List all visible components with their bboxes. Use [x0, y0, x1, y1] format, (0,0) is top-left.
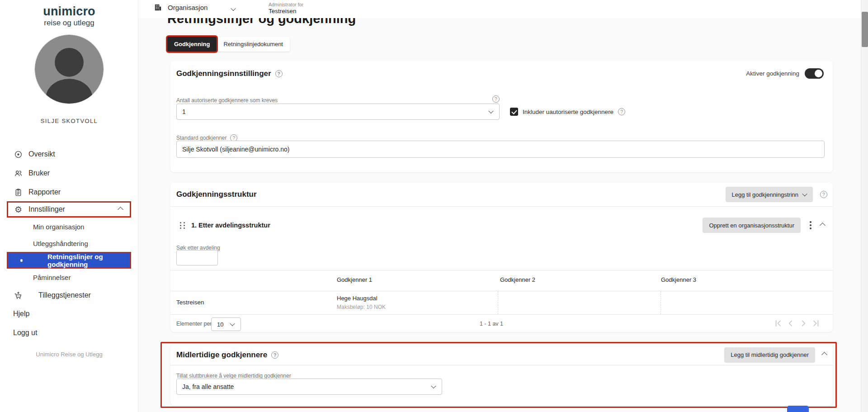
sidebar: unimicro reise og utlegg SILJE SKOTVOLL … — [0, 0, 138, 412]
include-unauthorized-row: Inkluder uautoriserte godkjennere — [510, 108, 625, 116]
activate-approval-label: Aktiver godkjenning — [746, 70, 799, 77]
approval-structure-title: Godkjenningsstruktur — [176, 190, 257, 199]
gear-icon: ⚙ — [14, 205, 23, 214]
sidebar-item-innstillinger[interactable]: ⚙ Innstillinger — [7, 201, 131, 218]
administrator-role-label: Administrator for — [269, 2, 303, 7]
temporary-approvers-card: Midlertidige godkjennere Legg til midler… — [170, 345, 833, 406]
activate-approval-toggle[interactable] — [805, 68, 824, 79]
create-org-structure-button[interactable]: Opprett en organisasjonsstruktur — [703, 218, 801, 233]
help-icon[interactable] — [820, 191, 827, 198]
sidebar-item-tilleggstjenester[interactable]: Tilleggstjenester — [0, 287, 138, 304]
items-per-page-select[interactable]: 10 — [211, 317, 241, 331]
sidebar-item-hjelp[interactable]: Hjelp — [0, 305, 138, 322]
pagination-range-label: 1 - 1 av 1 — [464, 321, 519, 327]
search-department-input[interactable] — [176, 250, 218, 265]
tab-godkjenning[interactable]: Godkjenning — [167, 37, 217, 52]
required-approvers-select[interactable]: 1 — [176, 104, 500, 120]
chevron-down-icon — [431, 384, 436, 388]
toggle-knob — [815, 70, 822, 77]
sidebar-subitem-label: Retningslinjer og godkjenning — [47, 253, 130, 268]
users-icon — [14, 169, 23, 178]
user-display-name: SILJE SKOTVOLL — [0, 118, 138, 124]
sidebar-item-label: Rapporter — [28, 188, 61, 196]
table-header-godkjenner-1: Godkjenner 1 — [337, 276, 372, 283]
brand-logo: unimicro reise og utlegg — [0, 5, 138, 28]
sidebar-item-rapporter[interactable]: Rapporter — [0, 184, 138, 201]
sidebar-item-label: Oversikt — [28, 150, 55, 158]
vertical-scrollbar[interactable] — [861, 0, 868, 412]
approval-step-title: 1. Etter avdelingsstruktur — [191, 222, 270, 229]
chevron-down-icon — [230, 321, 235, 326]
sidebar-item-label: Innstillinger — [28, 205, 65, 213]
kebab-menu-icon[interactable] — [809, 220, 812, 230]
help-icon[interactable] — [271, 351, 278, 359]
add-approval-step-button[interactable]: Legg til godkjenningstrinn — [726, 187, 813, 202]
sidebar-subitem-label: Utleggshåndtering — [33, 240, 88, 247]
first-page-icon[interactable] — [773, 318, 783, 328]
required-approvers-label: Antall autoriserte godkjennere som kreve… — [176, 97, 278, 104]
overview-icon — [14, 150, 23, 159]
last-page-icon[interactable] — [811, 318, 821, 328]
help-icon[interactable] — [492, 95, 500, 103]
table-row-approver1-note: Maksbeløp: 10 NOK — [337, 304, 386, 310]
approval-settings-title: Godkjenningsinnstillinger — [176, 69, 283, 78]
sidebar-subitem-utleggshandtering[interactable]: Utleggshåndtering — [0, 235, 138, 251]
cart-star-icon — [14, 291, 23, 300]
administrator-context: Administrator for Testreisen — [269, 2, 303, 14]
next-page-icon[interactable] — [798, 318, 808, 328]
collapse-section-icon[interactable] — [821, 352, 827, 358]
sidebar-item-label: Logg ut — [13, 329, 37, 337]
default-approver-input[interactable] — [176, 141, 825, 158]
sidebar-subitem-label: Påminnelser — [33, 274, 71, 281]
annotation-highlight-box: Midlertidige godkjennere Legg til midler… — [160, 342, 837, 408]
table-row-department[interactable]: Testreisen — [176, 299, 204, 306]
sidebar-item-bruker[interactable]: Bruker — [0, 165, 138, 182]
column-separator — [660, 291, 661, 314]
chat-widget-fragment[interactable] — [787, 406, 809, 412]
help-icon[interactable] — [275, 70, 283, 77]
sidebar-subitem-paminnelser[interactable]: Påminnelser — [0, 269, 138, 285]
table-row-approver1[interactable]: Hege Haugsdal — [337, 295, 377, 302]
sidebar-item-logg-ut[interactable]: Logg ut — [0, 324, 138, 341]
include-unauthorized-checkbox[interactable] — [510, 108, 518, 116]
collapse-step-icon[interactable] — [820, 223, 826, 228]
person-silhouette-icon — [35, 35, 104, 104]
allow-temporary-select[interactable]: Ja, fra alle ansatte — [176, 379, 442, 395]
topbar: Organisasjon Administrator for Testreise… — [138, 0, 868, 18]
sidebar-item-label: Bruker — [28, 169, 50, 177]
help-icon[interactable] — [618, 108, 625, 115]
chevron-down-icon[interactable] — [231, 6, 236, 11]
avatar — [35, 35, 104, 104]
tab-retningslinjedokument[interactable]: Retningslinjedokument — [217, 37, 290, 52]
tab-bar: Godkjenning Retningslinjedokument — [167, 37, 290, 52]
allow-temporary-label: Tillat sluttbrukere å velge midlertidig … — [176, 373, 291, 379]
organisation-switcher[interactable]: Organisasjon — [154, 3, 208, 12]
app-window: unimicro reise og utlegg SILJE SKOTVOLL … — [0, 0, 868, 412]
drag-handle-icon[interactable] — [180, 222, 185, 229]
table-divider — [170, 314, 833, 315]
organisation-switcher-label: Organisasjon — [168, 4, 208, 11]
scrollbar-thumb[interactable] — [862, 12, 868, 47]
approval-structure-card: Godkjenningsstruktur Legg til godkjennin… — [170, 183, 833, 332]
sidebar-subitem-min-organisasjon[interactable]: Min organisasjon — [0, 218, 138, 235]
chevron-up-icon — [118, 207, 123, 213]
sidebar-subitem-label: Min organisasjon — [33, 223, 84, 231]
sidebar-item-oversikt[interactable]: Oversikt — [0, 146, 138, 163]
add-temporary-approver-button[interactable]: Legg til midlertidig godkjenner — [724, 347, 815, 363]
chevron-down-icon — [488, 109, 493, 114]
pagination-bar: Elementer per side: 10 1 - 1 av 1 — [170, 317, 833, 332]
sidebar-footer: Unimicro Reise og Utlegg — [0, 351, 138, 358]
table-header-godkjenner-3: Godkjenner 3 — [661, 276, 696, 283]
approval-step-row: 1. Etter avdelingsstruktur Opprett en or… — [170, 215, 833, 235]
sidebar-subitem-retningslinjer-active[interactable]: Retningslinjer og godkjenning — [7, 252, 131, 269]
main-content: Retningslinjer og godkjenning Organisasj… — [138, 0, 868, 412]
temporary-approvers-title: Midlertidige godkjennere — [176, 350, 278, 360]
administrator-org-name: Testreisen — [269, 8, 303, 14]
previous-page-icon[interactable] — [786, 318, 796, 328]
active-bullet-icon — [20, 259, 23, 262]
table-divider — [170, 291, 833, 291]
reports-icon — [14, 188, 23, 197]
sidebar-item-label: Hjelp — [13, 310, 29, 318]
table-divider — [170, 270, 833, 270]
table-header-godkjenner-2: Godkjenner 2 — [500, 276, 535, 283]
